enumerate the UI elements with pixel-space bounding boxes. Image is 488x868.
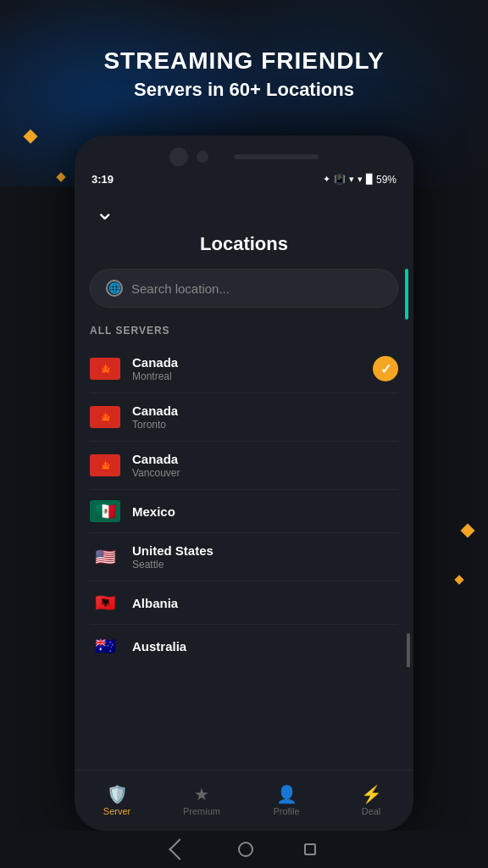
- search-container: 🌐 Search location...: [75, 269, 413, 321]
- server-item-us-seattle[interactable]: United States Seattle: [75, 533, 413, 581]
- server-info-us-seattle: United States Seattle: [132, 543, 398, 570]
- server-info-canada-vancouver: Canada Vancouver: [132, 452, 398, 479]
- android-nav-bar: [0, 831, 488, 868]
- profile-nav-icon: 👤: [276, 786, 297, 803]
- android-home-button[interactable]: [238, 842, 253, 857]
- nav-item-profile[interactable]: 👤 Profile: [244, 781, 329, 821]
- globe-icon: 🌐: [106, 280, 123, 297]
- wifi-icon: ▾: [358, 174, 363, 185]
- signal-icon: ▾: [349, 174, 354, 185]
- server-nav-label: Server: [103, 806, 130, 816]
- profile-nav-label: Profile: [273, 806, 299, 816]
- search-placeholder: Search location...: [131, 281, 230, 296]
- diamond-decoration-4: [454, 575, 463, 584]
- scrollbar-track[interactable]: [407, 633, 410, 667]
- server-item-albania[interactable]: Albania: [75, 581, 413, 624]
- country-name: Canada: [132, 403, 398, 418]
- country-name: United States: [132, 543, 398, 558]
- bottom-nav: 🛡️ Server ★ Premium 👤 Profile ⚡ Deal: [75, 770, 413, 831]
- selected-check-icon: ✓: [373, 356, 398, 381]
- flag-canada-montreal: [90, 358, 120, 380]
- android-back-button[interactable]: [169, 838, 190, 860]
- server-info-canada-montreal: Canada Montreal: [132, 355, 361, 382]
- phone-notch: [75, 136, 413, 171]
- country-name: Canada: [132, 452, 398, 466]
- premium-nav-icon: ★: [194, 786, 209, 803]
- server-item-canada-toronto[interactable]: Canada Toronto: [75, 393, 413, 441]
- city-name: Montreal: [132, 370, 361, 382]
- chevron-down-icon[interactable]: [92, 199, 117, 225]
- vibrate-icon: 📳: [334, 174, 346, 185]
- nav-item-deal[interactable]: ⚡ Deal: [329, 781, 413, 821]
- phone-camera: [169, 147, 188, 166]
- scrollbar-thumb[interactable]: [407, 633, 410, 667]
- status-time: 3:19: [92, 173, 114, 186]
- server-info-albania: Albania: [132, 596, 398, 610]
- phone-notch-bar: [234, 154, 319, 159]
- server-list: Canada Montreal ✓ Canada Toronto Canada …: [75, 345, 413, 667]
- bluetooth-icon: ✦: [323, 174, 330, 185]
- server-item-australia[interactable]: Australia: [75, 625, 413, 667]
- nav-item-premium[interactable]: ★ Premium: [159, 781, 244, 821]
- header-title-line2: Servers in 60+ Locations: [0, 79, 488, 101]
- server-item-mexico[interactable]: Mexico: [75, 490, 413, 532]
- server-item-canada-vancouver[interactable]: Canada Vancouver: [75, 442, 413, 489]
- country-name: Mexico: [132, 504, 398, 519]
- deal-nav-icon: ⚡: [361, 786, 382, 803]
- server-info-canada-toronto: Canada Toronto: [132, 403, 398, 431]
- flag-mexico: [90, 500, 120, 522]
- flag-canada-toronto: [90, 406, 120, 428]
- phone-camera-small: [197, 151, 208, 163]
- page-title: Locations: [75, 230, 413, 269]
- battery-level: 59%: [376, 174, 396, 186]
- phone-frame: 3:19 ✦ 📳 ▾ ▾ ▉ 59% Locations 🌐 Search lo…: [75, 136, 413, 831]
- flag-australia: [90, 635, 120, 657]
- deal-nav-label: Deal: [362, 806, 381, 816]
- back-button[interactable]: [75, 191, 413, 230]
- city-name: Vancouver: [132, 467, 398, 479]
- flag-canada-vancouver: [90, 454, 120, 476]
- diamond-decoration-3: [461, 524, 475, 538]
- status-bar: 3:19 ✦ 📳 ▾ ▾ ▉ 59%: [75, 171, 413, 191]
- country-name: Australia: [132, 639, 398, 654]
- premium-nav-label: Premium: [183, 806, 220, 816]
- server-info-australia: Australia: [132, 639, 398, 654]
- bars-icon: ▉: [366, 174, 373, 185]
- android-recent-button[interactable]: [304, 843, 316, 855]
- header-section: STREAMING FRIENDLY Servers in 60+ Locati…: [0, 47, 488, 101]
- status-icons: ✦ 📳 ▾ ▾ ▉ 59%: [323, 174, 396, 186]
- scroll-accent-bar: [405, 269, 408, 320]
- header-title-line1: STREAMING FRIENDLY: [0, 47, 488, 75]
- country-name: Canada: [132, 355, 361, 370]
- city-name: Seattle: [132, 559, 398, 570]
- search-bar[interactable]: 🌐 Search location...: [90, 269, 398, 308]
- server-item-canada-montreal[interactable]: Canada Montreal ✓: [75, 345, 413, 392]
- flag-albania: [90, 592, 120, 614]
- country-name: Albania: [132, 596, 398, 610]
- section-label: ALL SERVERS: [75, 321, 413, 345]
- flag-us: [90, 546, 120, 568]
- nav-item-server[interactable]: 🛡️ Server: [75, 781, 159, 821]
- server-info-mexico: Mexico: [132, 504, 398, 519]
- city-name: Toronto: [132, 419, 398, 431]
- server-nav-icon: 🛡️: [107, 786, 128, 803]
